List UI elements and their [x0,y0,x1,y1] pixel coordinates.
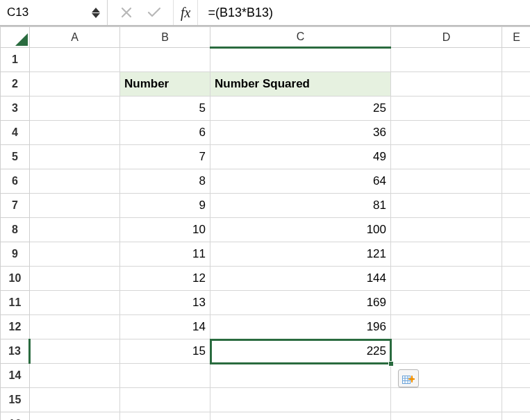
cell-A3[interactable] [30,96,120,121]
row-header-10[interactable]: 10 [1,267,30,291]
cell-D13[interactable] [391,339,502,364]
cell-A10[interactable] [30,267,120,291]
name-box-spinner[interactable] [92,8,100,18]
row-header-3[interactable]: 3 [1,96,30,121]
cell-E16[interactable] [502,412,531,421]
cell-D11[interactable] [391,291,502,315]
cell-B9[interactable]: 11 [120,242,210,267]
row-header-15[interactable]: 15 [1,388,30,412]
cell-E14[interactable] [502,364,531,388]
col-header-B[interactable]: B [120,27,210,48]
cell-D7[interactable] [391,194,502,218]
cell-B16[interactable] [120,412,210,421]
cell-E3[interactable] [502,96,531,121]
cell-C12[interactable]: 196 [210,315,391,339]
cell-C3[interactable]: 25 [210,96,391,121]
cell-B13[interactable]: 15 [120,339,210,364]
cell-E6[interactable] [502,169,531,194]
cell-D6[interactable] [391,169,502,194]
cell-C6[interactable]: 64 [210,169,391,194]
cell-C10[interactable]: 144 [210,267,391,291]
cell-E10[interactable] [502,267,531,291]
cell-A5[interactable] [30,145,120,169]
cell-B15[interactable] [120,388,210,412]
cell-D5[interactable] [391,145,502,169]
cell-B5[interactable]: 7 [120,145,210,169]
cell-A7[interactable] [30,194,120,218]
cell-C4[interactable]: 36 [210,121,391,145]
row-header-13[interactable]: 13 [1,339,30,364]
chevron-down-icon[interactable] [92,13,100,18]
cell-B14[interactable] [120,364,210,388]
cell-B6[interactable]: 8 [120,169,210,194]
cell-E4[interactable] [502,121,531,145]
cell-A4[interactable] [30,121,120,145]
cell-D10[interactable] [391,267,502,291]
cell-B11[interactable]: 13 [120,291,210,315]
cell-E1[interactable] [502,48,531,72]
cell-D16[interactable] [391,412,502,421]
row-header-5[interactable]: 5 [1,145,30,169]
row-header-9[interactable]: 9 [1,242,30,267]
cell-A6[interactable] [30,169,120,194]
cell-B7[interactable]: 9 [120,194,210,218]
cell-C8[interactable]: 100 [210,218,391,242]
cell-D9[interactable] [391,242,502,267]
row-header-8[interactable]: 8 [1,218,30,242]
cell-E12[interactable] [502,315,531,339]
cell-C5[interactable]: 49 [210,145,391,169]
cell-C13[interactable]: 225 [210,339,391,364]
col-header-C[interactable]: C [210,27,391,48]
cell-E8[interactable] [502,218,531,242]
cell-D1[interactable] [391,48,502,72]
name-box[interactable]: C13 [0,0,108,25]
select-all-corner[interactable] [1,27,30,48]
cell-D15[interactable] [391,388,502,412]
cell-E9[interactable] [502,242,531,267]
cell-C16[interactable] [210,412,391,421]
cell-E13[interactable] [502,339,531,364]
cell-C7[interactable]: 81 [210,194,391,218]
cell-C2[interactable]: Number Squared [210,72,391,96]
cell-A9[interactable] [30,242,120,267]
formula-input[interactable] [198,0,530,25]
cell-A2[interactable] [30,72,120,96]
cell-A8[interactable] [30,218,120,242]
row-header-4[interactable]: 4 [1,121,30,145]
cell-A11[interactable] [30,291,120,315]
cell-E5[interactable] [502,145,531,169]
row-header-11[interactable]: 11 [1,291,30,315]
row-header-6[interactable]: 6 [1,169,30,194]
chevron-up-icon[interactable] [92,8,100,12]
confirm-icon[interactable] [147,5,162,20]
cell-D3[interactable] [391,96,502,121]
row-header-2[interactable]: 2 [1,72,30,96]
col-header-D[interactable]: D [391,27,502,48]
cell-B12[interactable]: 14 [120,315,210,339]
row-header-12[interactable]: 12 [1,315,30,339]
cell-C15[interactable] [210,388,391,412]
cell-D12[interactable] [391,315,502,339]
row-header-1[interactable]: 1 [1,48,30,72]
cell-E7[interactable] [502,194,531,218]
cell-D4[interactable] [391,121,502,145]
cell-A1[interactable] [30,48,120,72]
cell-D2[interactable] [391,72,502,96]
cell-D8[interactable] [391,218,502,242]
cell-B2[interactable]: Number [120,72,210,96]
row-header-14[interactable]: 14 [1,364,30,388]
cell-B1[interactable] [120,48,210,72]
autofill-options-button[interactable] [398,369,419,387]
cell-A14[interactable] [30,364,120,388]
cell-A13[interactable] [30,339,120,364]
fill-handle[interactable] [388,361,394,367]
col-header-A[interactable]: A [30,27,120,48]
cell-E2[interactable] [502,72,531,96]
cell-B3[interactable]: 5 [120,96,210,121]
row-header-7[interactable]: 7 [1,194,30,218]
cell-C1[interactable] [210,48,391,72]
cell-A15[interactable] [30,388,120,412]
cell-A12[interactable] [30,315,120,339]
cell-E15[interactable] [502,388,531,412]
fx-label[interactable]: fx [174,0,198,25]
